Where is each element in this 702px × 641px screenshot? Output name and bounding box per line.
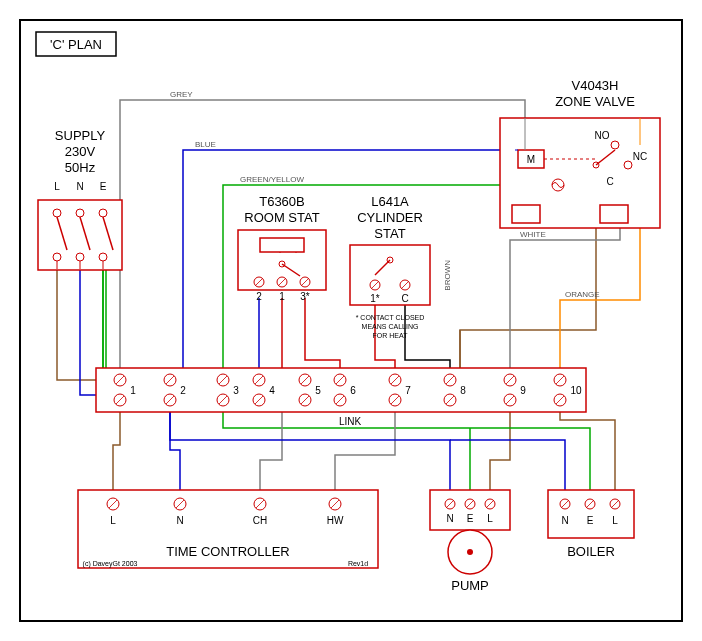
svg-text:HW: HW [327, 515, 344, 526]
svg-text:PUMP: PUMP [451, 578, 489, 593]
svg-point-15 [53, 209, 61, 217]
svg-text:Rev1d: Rev1d [348, 560, 368, 567]
svg-rect-72 [600, 205, 628, 223]
svg-text:STAT: STAT [374, 226, 405, 241]
svg-text:2: 2 [180, 385, 186, 396]
svg-text:C: C [606, 176, 613, 187]
svg-text:L: L [110, 515, 116, 526]
svg-text:C: C [401, 293, 408, 304]
svg-text:CYLINDER: CYLINDER [357, 210, 423, 225]
svg-text:GREEN/YELLOW: GREEN/YELLOW [240, 175, 304, 184]
svg-point-65 [611, 141, 619, 149]
room-stat-block: T6360B ROOM STAT 2 1 3* [238, 194, 326, 302]
svg-text:SUPPLY: SUPPLY [55, 128, 106, 143]
svg-rect-45 [350, 245, 430, 305]
svg-text:M: M [527, 154, 535, 165]
svg-text:1: 1 [130, 385, 136, 396]
svg-text:4: 4 [269, 385, 275, 396]
svg-text:NC: NC [633, 151, 647, 162]
svg-text:2: 2 [256, 291, 262, 302]
svg-text:N: N [76, 181, 83, 192]
svg-text:ZONE VALVE: ZONE VALVE [555, 94, 635, 109]
svg-text:10: 10 [570, 385, 582, 396]
svg-rect-144 [430, 490, 510, 530]
svg-point-155 [467, 549, 473, 555]
svg-text:E: E [100, 181, 107, 192]
svg-text:L: L [54, 181, 60, 192]
title: 'C' PLAN [50, 37, 102, 52]
pump-block: N E L PUMP [430, 490, 510, 593]
svg-text:230V: 230V [65, 144, 96, 159]
svg-text:E: E [467, 513, 474, 524]
svg-text:3: 3 [233, 385, 239, 396]
svg-text:MEANS CALLING: MEANS CALLING [362, 323, 419, 330]
svg-text:V4043H: V4043H [572, 78, 619, 93]
svg-text:E: E [587, 515, 594, 526]
svg-text:1*: 1* [370, 293, 380, 304]
svg-point-20 [99, 253, 107, 261]
supply-block: SUPPLY 230V 50Hz L N E [38, 128, 122, 270]
svg-text:6: 6 [350, 385, 356, 396]
svg-text:BOILER: BOILER [567, 544, 615, 559]
svg-text:3*: 3* [300, 291, 310, 302]
svg-text:5: 5 [315, 385, 321, 396]
svg-text:WHITE: WHITE [520, 230, 546, 239]
svg-text:BLUE: BLUE [195, 140, 216, 149]
time-controller-block: L N CH HW TIME CONTROLLER (c) DaveyGt 20… [78, 490, 378, 568]
svg-text:* CONTACT CLOSED: * CONTACT CLOSED [356, 314, 425, 321]
svg-text:N: N [176, 515, 183, 526]
svg-text:FOR HEAT: FOR HEAT [373, 332, 409, 339]
svg-point-18 [53, 253, 61, 261]
svg-point-19 [76, 253, 84, 261]
svg-text:BROWN: BROWN [443, 260, 452, 291]
svg-point-17 [99, 209, 107, 217]
svg-rect-157 [548, 490, 634, 538]
svg-text:L641A: L641A [371, 194, 409, 209]
svg-text:TIME CONTROLLER: TIME CONTROLLER [166, 544, 290, 559]
svg-text:(c) DaveyGt 2003: (c) DaveyGt 2003 [83, 560, 138, 568]
wiring-diagram: 'C' PLAN GREY BLUE GREEN/YELLOW BROWN WH… [0, 0, 702, 641]
svg-text:ORANGE: ORANGE [565, 290, 600, 299]
svg-text:GREY: GREY [170, 90, 193, 99]
svg-text:CH: CH [253, 515, 267, 526]
svg-text:N: N [561, 515, 568, 526]
svg-point-67 [624, 161, 632, 169]
svg-text:1: 1 [279, 291, 285, 302]
svg-text:LINK: LINK [339, 416, 362, 427]
cylinder-stat-block: L641A CYLINDER STAT 1* C * CONTACT CLOSE… [350, 194, 430, 339]
svg-rect-30 [260, 238, 304, 252]
svg-text:T6360B: T6360B [259, 194, 305, 209]
svg-text:50Hz: 50Hz [65, 160, 96, 175]
svg-point-16 [76, 209, 84, 217]
svg-text:9: 9 [520, 385, 526, 396]
boiler-block: N E L BOILER [548, 490, 634, 559]
svg-text:8: 8 [460, 385, 466, 396]
svg-text:N: N [446, 513, 453, 524]
svg-text:L: L [612, 515, 618, 526]
svg-text:7: 7 [405, 385, 411, 396]
svg-rect-71 [512, 205, 540, 223]
svg-text:L: L [487, 513, 493, 524]
svg-text:NO: NO [595, 130, 610, 141]
svg-text:ROOM STAT: ROOM STAT [244, 210, 319, 225]
